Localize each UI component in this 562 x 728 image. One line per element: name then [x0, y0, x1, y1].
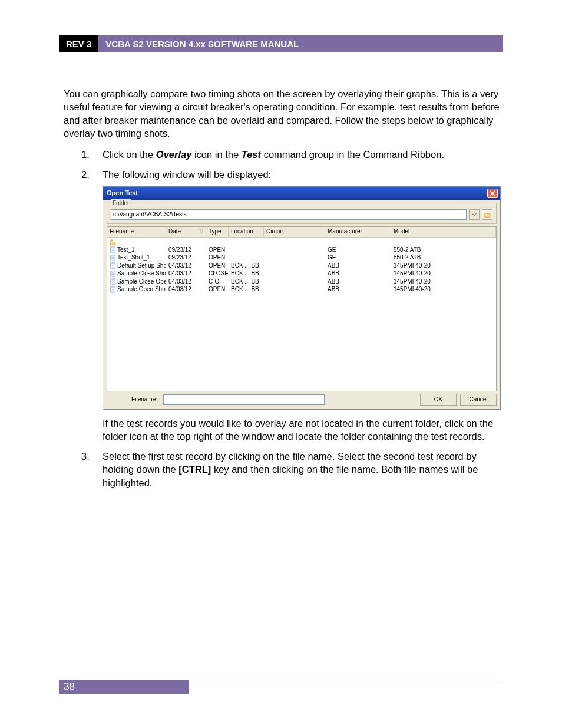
sort-desc-icon: ▽: [200, 229, 203, 235]
step-body: Click on the Overlay icon in the Test co…: [103, 148, 503, 161]
dialog-title: Open Test: [107, 189, 138, 197]
file-icon: [110, 278, 116, 285]
step-2: 2. The following window will be displaye…: [64, 168, 503, 443]
step-number: 3.: [64, 450, 103, 489]
folder-icon: [484, 211, 491, 218]
file-icon: [110, 262, 116, 269]
svg-rect-4: [111, 255, 115, 261]
filename-input[interactable]: [163, 394, 325, 405]
close-icon: [490, 190, 495, 196]
overlay-term: Overlay: [156, 149, 192, 160]
table-row[interactable]: Sample Close Shot04/03/12CLOSEBCK ... BB…: [107, 270, 496, 278]
table-row[interactable]: Default Set up Shot04/03/12OPENBCK ... B…: [107, 262, 496, 270]
up-folder-icon: [110, 239, 116, 245]
page-content: You can graphically compare two timing s…: [64, 87, 503, 496]
col-manufacturer[interactable]: Manufacturer: [325, 227, 391, 237]
chevron-down-icon: [472, 212, 477, 217]
folder-groupbox: Folder: [107, 203, 497, 224]
test-term: Test: [242, 149, 261, 160]
close-button[interactable]: [487, 189, 498, 198]
svg-rect-8: [111, 263, 115, 268]
step-body: Select the first test record by clicking…: [103, 450, 503, 489]
revision-badge: REV 3: [59, 35, 98, 52]
page-number: 38: [59, 680, 189, 694]
column-headers[interactable]: Filename Date▽ Type Location Circuit Man…: [107, 227, 496, 238]
step-number: 2.: [64, 168, 103, 443]
file-list[interactable]: Filename Date▽ Type Location Circuit Man…: [107, 226, 497, 391]
svg-rect-16: [111, 279, 115, 284]
step-3: 3. Select the first test record by click…: [64, 450, 503, 489]
table-row[interactable]: Sample Open Shot04/03/12OPENBCK ... BBAB…: [107, 286, 496, 294]
page-footer: 38: [59, 680, 503, 694]
table-row[interactable]: Sample Close-Open Shot04/03/12C-OBCK ...…: [107, 278, 496, 286]
svg-rect-0: [111, 247, 115, 252]
cancel-button[interactable]: Cancel: [460, 394, 497, 406]
col-filename[interactable]: Filename: [107, 227, 166, 237]
col-type[interactable]: Type: [206, 227, 229, 237]
file-icon: [110, 286, 116, 293]
file-icon: [110, 271, 116, 277]
intro-paragraph: You can graphically compare two timing s…: [64, 87, 503, 140]
folder-label: Folder: [111, 199, 131, 207]
dialog-titlebar[interactable]: Open Test: [103, 187, 500, 200]
file-icon: [110, 246, 116, 253]
svg-rect-12: [111, 271, 115, 276]
file-rows: .. Test_109/23/12OPENGE550-2 ATBTest_Sho…: [107, 238, 496, 294]
folder-dropdown-button[interactable]: [469, 209, 480, 220]
step-2-after: If the test records you would like to ov…: [103, 417, 503, 443]
ok-button[interactable]: OK: [420, 394, 457, 406]
filename-label: Filename:: [107, 396, 160, 404]
browse-folder-button[interactable]: [482, 209, 492, 220]
manual-title: VCBA S2 VERSION 4.xx SOFTWARE MANUAL: [98, 35, 306, 52]
page-header: REV 3 VCBA S2 VERSION 4.xx SOFTWARE MANU…: [59, 35, 503, 52]
folder-path-input[interactable]: [111, 209, 467, 220]
col-model[interactable]: Model: [391, 227, 496, 237]
parent-folder-row[interactable]: ..: [107, 238, 496, 246]
step-1: 1. Click on the Overlay icon in the Test…: [64, 148, 503, 161]
table-row[interactable]: Test_109/23/12OPENGE550-2 ATB: [107, 246, 496, 254]
ctrl-key: [CTRL]: [178, 464, 211, 475]
step-body: The following window will be displayed: …: [103, 168, 503, 443]
file-icon: [110, 255, 116, 261]
col-circuit[interactable]: Circuit: [264, 227, 325, 237]
step-number: 1.: [64, 148, 103, 161]
svg-rect-20: [111, 287, 115, 292]
dialog-bottom-row: Filename: OK Cancel: [107, 394, 497, 406]
col-location[interactable]: Location: [229, 227, 264, 237]
col-date[interactable]: Date▽: [166, 227, 206, 237]
table-row[interactable]: Test_Shot_109/23/12OPENGE550-2 ATB: [107, 254, 496, 262]
open-test-dialog: Open Test Folder: [103, 186, 501, 410]
